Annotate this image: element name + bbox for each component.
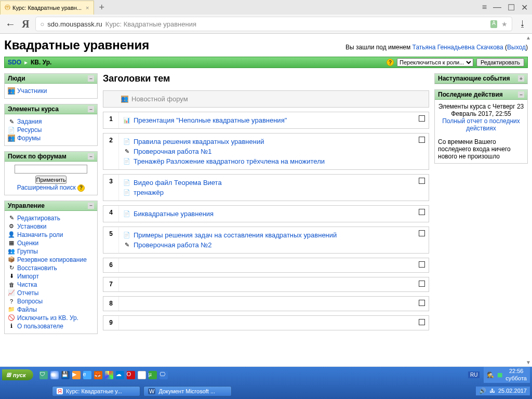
help-icon[interactable]: ?: [77, 184, 85, 192]
sidebar-item[interactable]: Задания: [17, 118, 42, 125]
activity-link[interactable]: Презентация "Неполные квадратные уравнен…: [134, 116, 287, 124]
ie-icon[interactable]: e: [83, 371, 91, 379]
shield-icon[interactable]: 🛡: [39, 371, 48, 379]
activity-link[interactable]: Тренажёр Разложение квадратного трёхчлен…: [134, 157, 325, 165]
sidebar-item[interactable]: Исключить из КВ. Ур.: [17, 314, 78, 322]
start-button[interactable]: ⊞ пуск: [2, 369, 33, 380]
section-checkbox[interactable]: [419, 178, 425, 184]
tray-icon[interactable]: 🕵: [487, 371, 494, 378]
search-input[interactable]: [15, 165, 87, 174]
opera-icon[interactable]: O: [127, 371, 135, 379]
sidebar-item[interactable]: Форумы: [17, 135, 41, 142]
activity-link[interactable]: Проверочная работа №2: [134, 241, 211, 249]
save-icon[interactable]: 💾: [61, 371, 70, 379]
activity-link[interactable]: тренажёр: [134, 189, 164, 196]
sidebar-item[interactable]: Чистка: [17, 281, 37, 288]
section-checkbox[interactable]: [419, 209, 425, 215]
role-select[interactable]: Переключиться к роли...: [397, 58, 473, 66]
section-number: 4: [103, 206, 119, 222]
windows-logo-icon: ⊞: [6, 371, 11, 378]
search-submit[interactable]: Применить: [35, 176, 67, 184]
activity-link[interactable]: Примеры решения задач на составления ква…: [134, 231, 337, 239]
sidebar-item[interactable]: Восстановить: [17, 264, 57, 272]
activity-link[interactable]: Проверочная работа №1: [134, 148, 211, 155]
logout-link[interactable]: Выход: [507, 44, 526, 51]
activity-link[interactable]: Видео файл Теорема Виета: [134, 179, 222, 187]
collapse-icon[interactable]: –: [518, 91, 524, 98]
close-window-icon[interactable]: ✕: [521, 3, 528, 12]
date-box[interactable]: 🔊 🖧 25.02.2017: [476, 387, 530, 395]
volume-icon[interactable]: 🔊: [479, 388, 486, 394]
translate-icon[interactable]: A: [490, 20, 497, 28]
activity-icon: ✎: [123, 242, 130, 249]
scroll-down[interactable]: ▼: [526, 360, 531, 365]
minimize-icon[interactable]: —: [493, 3, 501, 12]
assignment-icon: ✎: [8, 118, 15, 125]
user-link[interactable]: Татьяна Геннадьевна Скачкова: [413, 44, 503, 51]
sidebar-item-participants[interactable]: Участники: [17, 87, 47, 95]
download-icon[interactable]: ⭳: [518, 19, 527, 29]
section-checkbox[interactable]: [419, 300, 425, 306]
expand-icon[interactable]: +: [518, 75, 524, 82]
scroll-up[interactable]: ▲: [526, 35, 531, 41]
help-icon[interactable]: ?: [387, 59, 394, 66]
picasa-icon[interactable]: [105, 371, 113, 379]
collapse-icon[interactable]: –: [88, 153, 94, 159]
sidebar-item[interactable]: Оценки: [17, 240, 38, 247]
media-icon[interactable]: ▶: [72, 371, 81, 379]
url-input[interactable]: ○ sdo.mouspassk.ru Курс: Квадратные урав…: [35, 17, 512, 31]
sidebar-item[interactable]: Вопросы: [17, 298, 43, 305]
section-checkbox[interactable]: [419, 115, 425, 122]
yandex-logo[interactable]: Я: [22, 18, 29, 30]
network-icon[interactable]: 🖧: [489, 388, 495, 394]
section-number: 7: [103, 277, 119, 291]
recent-report-link[interactable]: Полный отчет о последних действиях: [442, 117, 520, 132]
activity-link[interactable]: Правила решения квадратных уравнений: [134, 138, 264, 145]
sidebar-item[interactable]: Редактировать: [17, 215, 60, 222]
sidebar-item[interactable]: Отчеты: [17, 289, 38, 297]
admin-icon: ↻: [8, 264, 15, 272]
firefox-icon[interactable]: 🦊: [94, 371, 102, 379]
block-activities: Элементы курса– ✎Задания 📄Ресурсы 👥Форум…: [4, 104, 98, 146]
taskbar-item-browser[interactable]: Я Курс: Квадратные у...: [52, 386, 140, 396]
yandex-icon[interactable]: Я: [138, 371, 146, 379]
close-icon[interactable]: ×: [86, 5, 89, 11]
menu-icon[interactable]: ≡: [482, 3, 487, 12]
back-button[interactable]: ←: [5, 18, 16, 30]
address-bar: ← Я ○ sdo.mouspassk.ru Курс: Квадратные …: [0, 15, 532, 33]
section-checkbox[interactable]: [419, 261, 425, 268]
bookmark-icon[interactable]: ★: [501, 20, 508, 28]
activity-link[interactable]: Биквадратные уравнения: [134, 210, 214, 218]
browser-tab[interactable]: ⓜ Курс: Квадратные уравн... ×: [0, 1, 94, 15]
clock[interactable]: 🕵 ▦ 22:56 суббота: [484, 367, 530, 382]
sidebar-item[interactable]: Файлы: [17, 306, 37, 313]
sidebar-item[interactable]: Установки: [17, 223, 46, 230]
collapse-icon[interactable]: –: [88, 75, 94, 82]
collapse-icon[interactable]: –: [88, 203, 94, 209]
sidebar-item[interactable]: Импорт: [17, 273, 39, 280]
taskbar-item-word[interactable]: W Документ Microsoft ...: [143, 386, 232, 396]
show-desktop-icon[interactable]: 🖵: [159, 371, 168, 379]
sidebar-item[interactable]: Ресурсы: [17, 126, 42, 134]
onedrive-icon[interactable]: ☁: [116, 371, 124, 379]
new-tab-button[interactable]: +: [99, 2, 105, 13]
chrome-icon[interactable]: ◉: [50, 371, 59, 379]
section-checkbox[interactable]: [419, 319, 425, 325]
breadcrumb-home[interactable]: SDO: [8, 59, 21, 66]
collapse-icon[interactable]: –: [88, 106, 94, 112]
tray-icon[interactable]: ▦: [497, 371, 502, 378]
admin-icon: ⬇: [8, 273, 15, 280]
sidebar-item[interactable]: Группы: [17, 248, 38, 255]
section-checkbox[interactable]: [419, 230, 425, 236]
maximize-icon[interactable]: ☐: [508, 3, 515, 12]
section-checkbox[interactable]: [419, 281, 425, 287]
sidebar-item[interactable]: Назначить роли: [17, 231, 63, 238]
edit-button[interactable]: Редактировать: [476, 58, 524, 66]
language-indicator[interactable]: RU: [468, 371, 480, 378]
section-checkbox[interactable]: [419, 137, 425, 143]
utorrent-icon[interactable]: µ: [149, 371, 157, 379]
advanced-search-link[interactable]: Расширенный поиск: [17, 184, 76, 191]
sidebar-item[interactable]: О пользователе: [17, 323, 63, 330]
news-forum-link[interactable]: Новостной форум: [131, 95, 188, 103]
sidebar-item[interactable]: Резервное копирование: [17, 256, 87, 263]
